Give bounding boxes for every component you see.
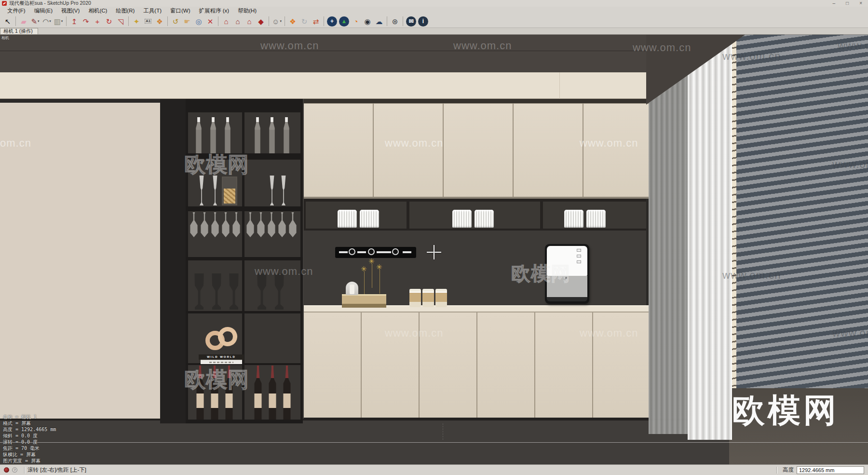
chevron-down-icon: ▾ xyxy=(61,19,63,23)
restore-button[interactable]: □ xyxy=(846,0,849,7)
move-tool-icon: + xyxy=(95,18,100,25)
storage-canister xyxy=(360,210,379,228)
upper-cabinet-doors xyxy=(304,103,650,199)
arc-tool[interactable]: ◠▾ xyxy=(41,16,53,27)
geolocation-icon[interactable] xyxy=(4,467,9,473)
push-pull-tool[interactable]: ↥ xyxy=(68,16,80,27)
rotate-tool[interactable]: ↻ xyxy=(103,16,115,27)
camera-info-line: 纵横比 = 屏幕 xyxy=(3,451,36,458)
eraser-tool[interactable]: ▰ xyxy=(18,16,29,27)
control-knob xyxy=(368,248,375,255)
menu-item[interactable]: 视图(V) xyxy=(57,7,84,15)
mail-tool[interactable]: ✉ xyxy=(406,16,416,27)
menu-item[interactable]: 文件(F) xyxy=(3,7,30,15)
control-knob xyxy=(349,248,355,255)
cloud-upload-tool-icon: ☁ xyxy=(376,18,383,25)
share-model-tool-icon: ⌂ xyxy=(247,18,251,25)
scene-tab-bar: 相机 1 (操作) xyxy=(0,28,868,35)
menu-item[interactable]: 绘图(R) xyxy=(111,7,139,15)
storage-canister xyxy=(564,210,583,228)
menu-item[interactable]: 帮助(H) xyxy=(233,7,261,15)
extension-warehouse-tool[interactable]: ⌂ xyxy=(232,16,244,27)
model-viewport[interactable]: WILD WORLD xyxy=(0,35,868,464)
scale-tool[interactable]: ◹ xyxy=(115,16,126,27)
menu-item[interactable]: 编辑(E) xyxy=(30,7,57,15)
checker-sphere-tool-icon: ◉ xyxy=(364,18,370,25)
control-knob xyxy=(392,248,399,255)
orbit-tool-icon: ↺ xyxy=(173,18,179,25)
mail-tool-icon: ✉ xyxy=(408,18,413,24)
3d-warehouse-tool[interactable]: ⌂ xyxy=(220,16,232,27)
toolbar-separator xyxy=(128,16,129,26)
wine-cabinet-shelf xyxy=(186,206,303,211)
watermark: www.om.cn xyxy=(633,41,691,54)
scene-tab-camera-1[interactable]: 相机 1 (操作) xyxy=(0,28,38,34)
swap-arrows-tool[interactable]: ⇄ xyxy=(310,16,322,27)
menu-item[interactable]: 工具(T) xyxy=(139,7,166,15)
menu-item[interactable]: 扩展程序 (x) xyxy=(195,7,234,15)
chevron-down-icon: ▾ xyxy=(49,19,51,23)
lower-cabinet-plinth-shadow xyxy=(304,418,650,420)
camera-info-line: 格式 = 屏幕 xyxy=(3,420,31,427)
move-tool[interactable]: + xyxy=(92,16,103,27)
select-tool[interactable]: ↖ xyxy=(2,16,14,27)
toolbar-separator xyxy=(269,16,269,26)
watermark: www.om.cn xyxy=(832,158,868,171)
measurement-area: 高度 xyxy=(773,466,864,474)
orbit-tool[interactable]: ↺ xyxy=(170,16,181,27)
menu-item[interactable]: 相机(C) xyxy=(84,7,111,15)
suapp-tool[interactable]: ❖ xyxy=(287,16,298,27)
watermark: www.om.cn xyxy=(255,265,313,278)
refresh-tool[interactable]: ↻ xyxy=(298,16,310,27)
toolbar-separator xyxy=(15,16,16,26)
info-circle-tool[interactable]: i xyxy=(418,16,428,27)
suapp-tool-icon: ❖ xyxy=(289,18,296,25)
watermark: www.om.cn xyxy=(722,269,781,282)
add-circle-tool[interactable]: + xyxy=(327,16,337,27)
watermark: www.om.cn xyxy=(385,327,443,339)
zoom-tool[interactable]: ◎ xyxy=(193,16,204,27)
close-button[interactable]: × xyxy=(859,0,862,7)
help-icon[interactable]: ? xyxy=(12,467,17,473)
rotate-tool-icon: ↻ xyxy=(106,18,112,25)
book-stack: WILD WORLD xyxy=(199,354,244,364)
measurement-input[interactable] xyxy=(797,466,864,474)
paint-bucket-tool[interactable]: ✦ xyxy=(131,16,142,27)
storage-canister xyxy=(452,210,472,228)
status-separator xyxy=(24,467,25,474)
settings-gears-tool-icon: ⊛ xyxy=(392,18,398,25)
tree-render-tool[interactable]: ▲ xyxy=(339,16,349,27)
watermark: www.om.cn xyxy=(260,40,319,52)
settings-gears-tool[interactable]: ⊛ xyxy=(389,16,401,27)
toolbar-separator xyxy=(66,16,67,26)
watermark: www.om.cn xyxy=(580,137,638,149)
camera-info-overlay: 名称 = 相机 1格式 = 屏幕高度 = 1292.4665 mm倾斜 = 0.… xyxy=(3,414,148,464)
book-spine: WILD WORLD xyxy=(199,354,244,360)
camera-info-line: 图片宽度 = 屏幕 xyxy=(3,458,41,464)
account-tool[interactable]: ☺▾ xyxy=(271,16,283,27)
minimize-button[interactable]: – xyxy=(833,0,836,7)
watermark: www.om.cn xyxy=(832,327,868,339)
knot-sculpture xyxy=(205,324,240,355)
scale-tool-icon: ◹ xyxy=(118,18,123,25)
status-bar: ? 滚转 [左-右]/焦距 [上-下] 高度 xyxy=(0,464,868,475)
glass-jar xyxy=(435,289,447,307)
menu-item[interactable]: 窗口(W) xyxy=(166,7,195,15)
share-model-tool[interactable]: ⌂ xyxy=(244,16,255,27)
text-tool[interactable]: A1 xyxy=(142,16,154,27)
sparkle-decor: ✳ xyxy=(368,258,375,265)
follow-me-tool[interactable]: ↷ xyxy=(80,16,92,27)
checker-sphere-tool[interactable]: ◉ xyxy=(362,16,373,27)
storage-canister xyxy=(338,210,357,228)
cloud-upload-tool[interactable]: ☁ xyxy=(373,16,385,27)
rectangle-tool[interactable]: ▥▾ xyxy=(53,16,64,27)
layers-fan-tool[interactable]: ◔ xyxy=(350,16,362,27)
camera-info-line: 名称 = 相机 1 xyxy=(3,414,37,421)
component-gem-tool[interactable]: ◆ xyxy=(255,16,267,27)
materials-tool[interactable]: ❖ xyxy=(154,16,165,27)
line-tool[interactable]: ✎▾ xyxy=(29,16,41,27)
zoom-extents-tool[interactable]: ✕ xyxy=(204,16,216,27)
pan-tool[interactable]: ☛ xyxy=(181,16,193,27)
eraser-tool-icon: ▰ xyxy=(21,18,27,25)
watermark: www.om.cn xyxy=(838,40,868,52)
